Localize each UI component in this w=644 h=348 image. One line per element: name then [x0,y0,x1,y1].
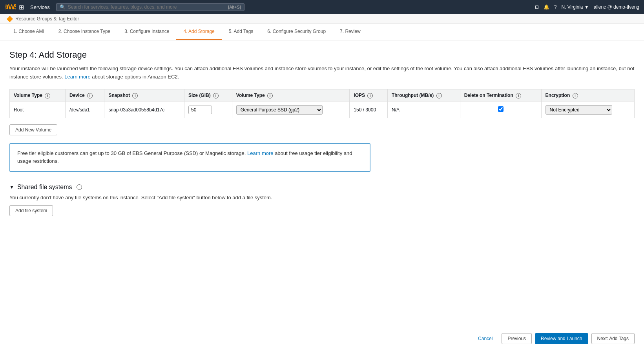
nav-right: ⊡ 🔔 ? N. Virginia ▼ allenc @ demo-tlveng [535,4,639,10]
table-row: Root /dev/sda1 snap-03a3ad00558b4d17c Ge… [10,102,635,118]
add-file-system-button[interactable]: Add file system [9,205,53,216]
add-file-system-label: Add file system [15,208,47,213]
info-icon-encryption[interactable]: i [573,93,578,98]
page-description: Your instance will be launched with the … [9,65,635,81]
size-input[interactable] [188,106,212,114]
col-header-encryption: Encryption i [541,89,634,102]
cell-snapshot: snap-03a3ad00558b4d17c [104,102,184,118]
info-icon-snapshot[interactable]: i [132,93,138,98]
info-icon-shared-fs[interactable]: i [77,184,82,190]
col-header-size: Size (GiB) i [184,89,232,102]
wizard-steps: 1. Choose AMI 2. Choose Instance Type 3.… [0,24,644,40]
info-icon-iops[interactable]: i [367,93,373,98]
col-header-throughput: Throughput (MB/s) i [387,89,460,102]
cell-iops: 150 / 3000 [350,102,388,118]
user-menu[interactable]: allenc @ demo-tlveng [594,4,639,10]
delete-on-termination-checkbox[interactable] [498,106,504,112]
storage-table: Volume Type i Device i Snapshot i Size (… [9,89,635,118]
top-nav: ⊞ Services 🔍 [Alt+S] ⊡ 🔔 ? N. Virginia ▼… [0,0,644,14]
col-header-snapshot: Snapshot i [104,89,184,102]
col-header-vol-type: Volume Type i [232,89,350,102]
col-header-device: Device i [65,89,104,102]
info-box-learn-more-link[interactable]: Learn more [247,150,273,156]
shared-file-systems-section: ▼ Shared file systems i You currently do… [9,184,635,216]
info-icon-size[interactable]: i [213,93,219,98]
learn-more-storage-link[interactable]: Learn more [64,74,90,80]
terminal-icon[interactable]: ⊡ [535,4,539,10]
cell-volume-type-label: Root [10,102,66,118]
shared-file-systems-header[interactable]: ▼ Shared file systems i [9,184,635,191]
page-desc-text2: about storage options in Amazon EC2. [92,74,179,80]
wizard-step-7[interactable]: 7. Review [333,24,368,40]
wizard-step-5[interactable]: 5. Add Tags [222,24,261,40]
info-icon-throughput[interactable]: i [436,93,442,98]
grid-icon[interactable]: ⊞ [19,4,24,11]
encryption-select[interactable]: Not Encrypted (default) aws/ebs [545,105,612,115]
free-tier-info-box: Free tier eligible customers can get up … [9,143,370,172]
volume-type-select[interactable]: General Purpose SSD (gp2) Provisioned IO… [236,105,323,115]
cell-size[interactable] [184,102,232,118]
shared-file-systems-title: Shared file systems [17,184,72,191]
cell-device: /dev/sda1 [65,102,104,118]
wizard-step-3[interactable]: 3. Configure Instance [117,24,176,40]
page-title: Step 4: Add Storage [9,50,635,60]
search-shortcut: [Alt+S] [228,5,241,9]
help-icon[interactable]: ? [554,4,557,10]
region-selector[interactable]: N. Virginia ▼ [561,4,589,10]
add-new-volume-label: Add New Volume [15,127,51,133]
breadcrumb-bar: 🔶 Resource Groups & Tag Editor [0,14,644,24]
resource-groups-icon: 🔶 [6,16,13,22]
search-bar[interactable]: 🔍 [Alt+S] [56,3,244,11]
bell-icon[interactable]: 🔔 [544,4,549,10]
cell-encryption[interactable]: Not Encrypted (default) aws/ebs [541,102,634,118]
add-new-volume-button[interactable]: Add New Volume [9,124,57,135]
wizard-step-1[interactable]: 1. Choose AMI [6,24,51,40]
cell-delete-on-termination[interactable] [460,102,541,118]
wizard-step-6[interactable]: 6. Configure Security Group [260,24,333,40]
col-header-iops: IOPS i [350,89,388,102]
breadcrumb-label: Resource Groups & Tag Editor [15,16,79,22]
info-box-text1: Free tier eligible customers can get up … [17,150,246,156]
col-header-volume-type: Volume Type i [10,89,66,102]
cell-throughput: N/A [387,102,460,118]
search-input[interactable] [68,4,225,10]
services-button[interactable]: Services [27,3,53,12]
wizard-step-2[interactable]: 2. Choose Instance Type [51,24,118,40]
info-icon-vol-type[interactable]: i [267,93,273,98]
search-icon: 🔍 [60,4,66,10]
chevron-down-icon: ▼ [9,184,14,190]
info-icon-device[interactable]: i [87,93,93,98]
shared-file-systems-description: You currently don't have any file system… [9,195,635,200]
wizard-step-4[interactable]: 4. Add Storage [176,24,221,40]
info-icon-delete[interactable]: i [516,93,521,98]
aws-logo[interactable] [5,4,16,11]
cell-volume-type-select[interactable]: General Purpose SSD (gp2) Provisioned IO… [232,102,350,118]
info-icon-volume-type[interactable]: i [45,93,50,98]
col-header-delete: Delete on Termination i [460,89,541,102]
main-content: Step 4: Add Storage Your instance will b… [0,40,644,255]
